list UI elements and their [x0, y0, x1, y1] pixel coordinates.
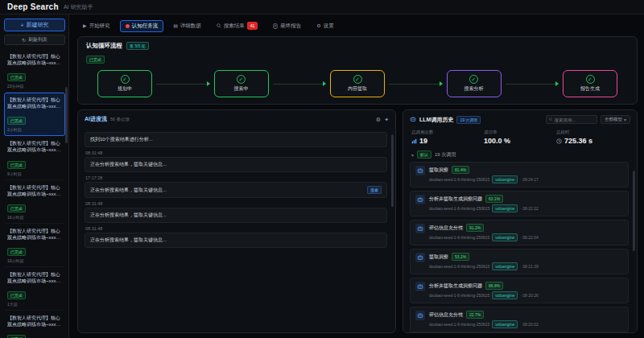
item-title: 【数智人研究代理】核心观点战略训练市场~xxxx~项目概况（前期报告）	[7, 54, 61, 66]
call-row[interactable]: 分析并提取生成洞察问题86.8% doubao-seed-1-6-thinkin…	[410, 278, 629, 303]
robot-icon	[415, 224, 425, 233]
research-list-item[interactable]: 【数智人研究代理】核心观点战略训练市场~xxxx~项目概况（前期报告） 已完成 …	[4, 311, 65, 338]
group-badge: 默认	[417, 150, 431, 159]
robot-icon	[410, 116, 416, 123]
call-time: · 08:22:04	[520, 235, 539, 240]
score-badge: 91.2%	[466, 224, 484, 232]
research-list-item[interactable]: 【数智人研究代理】核心观点战略训练市场~xxxx~项目概况（前期报告） 已完成 …	[4, 136, 65, 179]
flow-title: 认知循环流程	[86, 42, 122, 50]
progress-scrollbar[interactable]	[391, 134, 394, 207]
score-badge: 86.8%	[485, 282, 503, 290]
check-icon: ✓	[121, 75, 130, 84]
status-badge: 已完成	[7, 73, 26, 81]
plus-icon: +	[20, 23, 23, 28]
item-time: 1天前	[7, 302, 62, 307]
stat-value: 100.0 %	[484, 137, 510, 145]
flow-node-analysis: ✓ 搜索分析	[447, 70, 502, 97]
search-icon	[217, 23, 221, 28]
cognitive-flow-panel: 认知循环流程 第 5/5 轮 已完成 ✓ 规划中 ✓ 搜索中 ✓ 内容提取	[77, 36, 638, 105]
item-title: 【数智人研究代理】核心观点战略训练市场~xxxx~项目概况（前期报告）	[7, 272, 61, 284]
call-list: 提取洞察81.4% doubao-seed-1-6-thinking-25061…	[403, 162, 637, 332]
flow-arrow-icon	[506, 81, 559, 86]
provider-badge: volcengine	[492, 320, 518, 328]
llm-history-panel: LLM调用历史 19 次调用 全部模型 ▾ 总调用次数	[402, 109, 638, 333]
call-row[interactable]: 提取洞察81.4% doubao-seed-1-6-thinking-25061…	[410, 162, 629, 188]
progress-count: 56 条记录	[110, 117, 130, 122]
item-title: 【数智人研究代理】核心观点战略训练市场~xxxx~项目概况（前期报告）	[7, 315, 61, 328]
research-list-item[interactable]: 【数智人研究代理】核心观点战略训练市场~xxxx~项目概况（前期报告） 已完成 …	[4, 224, 65, 267]
app-title: Deep Search	[7, 2, 59, 11]
call-row[interactable]: 评估信息充分性22.7% doubao-seed-1-6-thinking-25…	[410, 307, 629, 332]
tab-cognitive-flow[interactable]: 认知任务流	[120, 20, 164, 32]
llm-title: LLM调用历史	[419, 116, 453, 124]
status-badge: 已完成	[7, 161, 26, 169]
progress-log: 找到10个搜索结果进行分析... 08:31:48 正在分析搜索结果，提取关键信…	[78, 127, 395, 332]
results-count-badge: 41	[247, 22, 258, 30]
call-time: · 08:24:17	[520, 177, 539, 182]
tab-settings[interactable]: ⚙ 设置	[311, 20, 339, 32]
call-group-header[interactable]: ▾ 默认 19 次调用	[403, 148, 637, 162]
score-badge: 63.1%	[485, 195, 503, 203]
flow-node-report: ✓ 报告生成	[563, 70, 617, 97]
search-icon	[549, 117, 552, 122]
call-search-input[interactable]	[554, 117, 594, 122]
call-row[interactable]: 评估信息充分性91.2% doubao-seed-1-6-thinking-25…	[410, 220, 629, 245]
app-subtitle: AI 研究助手	[64, 3, 93, 11]
new-research-button[interactable]: + 新建研究	[4, 19, 65, 31]
call-search-box[interactable]	[546, 115, 597, 124]
model-name: doubao-seed-1-6-thinking-250615	[429, 293, 489, 298]
status-badge: 已完成	[7, 291, 26, 299]
progress-panel: AI进度流 56 条记录 ⚙ ✦ 找到10个搜索结果进行分析... 08:31:…	[77, 109, 396, 333]
flow-arrow-icon	[273, 81, 327, 86]
llm-scrollbar[interactable]	[633, 171, 635, 251]
tab-search-results[interactable]: 搜索结果 41	[211, 19, 264, 32]
research-list-item[interactable]: 【数智人研究代理】核心观点战略训练市场~xxxx~项目概况（前期报告） 已完成 …	[4, 49, 65, 93]
refresh-list-button[interactable]: ↻ 刷新列表	[4, 35, 65, 45]
score-badge: 22.7%	[466, 311, 484, 319]
status-badge: 已完成	[7, 248, 26, 256]
call-row[interactable]: 分析并提取生成洞察问题63.1% doubao-seed-1-6-thinkin…	[410, 191, 629, 216]
check-icon: ✓	[586, 75, 595, 84]
log-entry: 正在分析搜索结果，提取关键信息...	[85, 233, 387, 248]
chevron-down-icon: ▾	[624, 117, 626, 122]
sidebar-scrollbar[interactable]	[65, 87, 68, 143]
tab-detail-data[interactable]: ▤ 详细数据	[167, 20, 207, 32]
stat-value: 19	[419, 137, 427, 145]
gear-icon[interactable]: ⚙	[376, 117, 381, 122]
log-entry: 正在分析搜索结果，提取关键信息...	[85, 208, 387, 223]
model-name: doubao-seed-1-6-thinking-250615	[429, 264, 489, 269]
log-timestamp: 08:31:48	[85, 201, 387, 206]
status-badge: 已完成	[7, 204, 26, 212]
check-icon: ✓	[469, 75, 478, 84]
check-icon: ✓	[237, 75, 246, 84]
call-row[interactable]: 提取洞察53.2% doubao-seed-1-6-thinking-25061…	[410, 249, 629, 274]
status-badge: 已完成	[7, 335, 26, 338]
log-timestamp: 08:31:48	[85, 150, 387, 155]
flow-node-searching: ✓ 搜索中	[214, 70, 269, 97]
research-list-item[interactable]: 【数智人研究代理】核心观点战略训练市场~xxxx~项目概况（前期报告） 已完成 …	[4, 180, 65, 224]
score-badge: 53.2%	[452, 253, 469, 261]
item-title: 【数智人研究代理】核心观点战略训练市场~xxxx~项目概况（前期报告）	[7, 141, 61, 153]
call-time: · 08:20:02	[520, 322, 539, 327]
sidebar: + 新建研究 ↻ 刷新列表 【数智人研究代理】核心观点战略训练市场~xxxx~项…	[0, 14, 69, 338]
database-icon: ▤	[173, 23, 178, 28]
provider-badge: volcengine	[492, 204, 518, 212]
model-filter-select[interactable]: 全部模型 ▾	[601, 115, 630, 124]
chevron-down-icon: ▾	[411, 152, 414, 158]
flow-node-extraction: ✓ 内容提取	[330, 70, 385, 97]
flow-nodes: ✓ 规划中 ✓ 搜索中 ✓ 内容提取 ✓ 搜索分析	[86, 70, 629, 97]
tab-start-research[interactable]: ▶ 开始研究	[77, 20, 116, 32]
call-time: · 08:20:26	[520, 293, 539, 298]
play-icon: ▶	[83, 23, 87, 28]
sparkle-icon[interactable]: ✦	[384, 117, 389, 122]
log-timestamp: 08:31:48	[85, 226, 387, 231]
log-entry: 正在分析搜索结果，提取关键信息... 搜索	[85, 182, 387, 198]
refresh-icon: ↻	[22, 37, 26, 43]
model-name: doubao-seed-1-6-thinking-250615	[429, 322, 489, 327]
robot-icon	[415, 166, 425, 175]
tab-final-report[interactable]: 最终报告	[267, 20, 307, 32]
research-list-item[interactable]: 【数智人研究代理】核心观点战略训练市场~xxxx~项目概况（前期报告） 已完成 …	[4, 267, 65, 311]
research-list-item-selected[interactable]: 【数智人研究代理】核心观点战略训练市场~xxxx~项目概况（前期报告） 已完成 …	[4, 93, 65, 136]
item-time: 19小时前	[7, 258, 62, 263]
item-time: 2小时前	[7, 127, 62, 132]
